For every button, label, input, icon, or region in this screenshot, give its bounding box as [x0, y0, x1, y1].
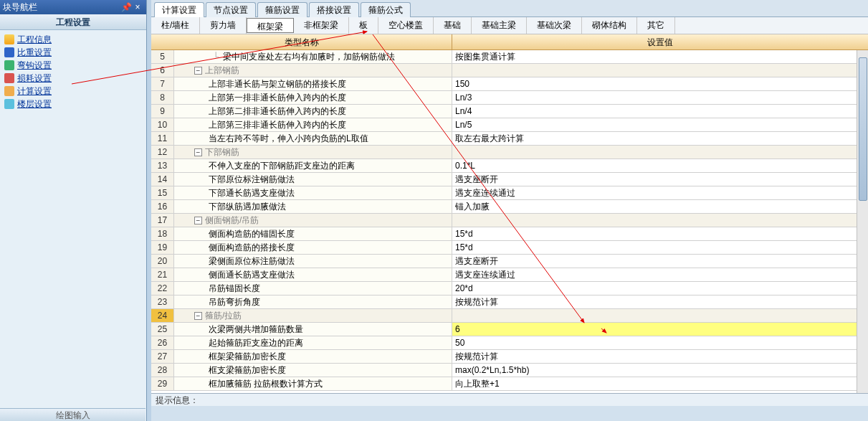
table-row[interactable]: 15下部通长筋遇支座做法遇支座连续通过 [151, 186, 868, 200]
nav-item-label: 损耗设置 [17, 72, 52, 85]
close-icon[interactable]: × [132, 2, 143, 12]
table-row[interactable]: 12−下部钢筋 [151, 146, 868, 159]
row-label: 次梁两侧共增加箍筋数量 [209, 323, 303, 336]
table-row[interactable]: 22吊筋锚固长度20*d [151, 282, 868, 295]
value-cell[interactable]: 锚入加腋 [452, 200, 868, 213]
sub-tab-8[interactable]: 基础次梁 [527, 17, 582, 34]
table-row[interactable]: 27框架梁箍筋加密长度按规范计算 [151, 350, 868, 364]
sub-tab-7[interactable]: 基础主梁 [472, 17, 527, 34]
table-row[interactable]: 20梁侧面原位标注筋做法遇支座断开 [151, 255, 868, 268]
value-cell[interactable]: 20*d [452, 282, 868, 295]
sub-tabs: 柱/墙柱剪力墙框架梁非框架梁板空心楼盖基础基础主梁基础次梁砌体结构其它 [151, 17, 868, 34]
value-cell[interactable] [452, 214, 868, 227]
table-row[interactable]: 26起始箍筋距支座边的距离50 [151, 336, 868, 350]
value-cell[interactable]: Ln/3 [452, 91, 868, 104]
nav-item-4[interactable]: 计算设置 [4, 85, 142, 98]
sub-tab-9[interactable]: 砌体结构 [582, 17, 637, 34]
sub-tab-0[interactable]: 柱/墙柱 [151, 17, 200, 34]
table-row[interactable]: 13不伸入支座的下部钢筋距支座边的距离0.1*L [151, 159, 868, 173]
sub-tab-2[interactable]: 框架梁 [247, 18, 294, 33]
nav-item-0[interactable]: 工程信息 [4, 33, 142, 46]
table-row[interactable]: 6−上部钢筋 [151, 64, 868, 77]
nav-item-1[interactable]: 比重设置 [4, 46, 142, 59]
collapse-toggle-icon[interactable]: − [194, 67, 202, 75]
collapse-toggle-icon[interactable]: − [194, 148, 202, 156]
type-name-cell: 框支梁箍筋加密长度 [174, 364, 452, 377]
pin-icon[interactable]: 📌 [120, 2, 132, 12]
type-name-cell: −下部钢筋 [174, 146, 452, 159]
value-cell[interactable] [452, 146, 868, 159]
row-label: 框架梁箍筋加密长度 [209, 350, 286, 363]
value-cell[interactable]: 按规范计算 [452, 295, 868, 308]
table-row[interactable]: 5└梁中间支座处左右均有加腋时，加筋钢筋做法按图集贯通计算 [151, 50, 868, 64]
top-tab-1[interactable]: 节点设置 [206, 2, 256, 17]
table-row[interactable]: 25次梁两侧共增加箍筋数量6 [151, 323, 868, 336]
type-name-cell: −箍筋/拉筋 [174, 309, 452, 322]
collapse-toggle-icon[interactable]: − [194, 217, 202, 224]
sub-tab-4[interactable]: 板 [349, 17, 378, 34]
value-cell[interactable]: 150 [452, 77, 868, 90]
value-cell[interactable]: 遇支座断开 [452, 255, 868, 268]
value-cell[interactable]: 0.1*L [452, 159, 868, 172]
nav-item-3[interactable]: 损耗设置 [4, 72, 142, 85]
table-row[interactable]: 8上部第一排非通长筋伸入跨内的长度Ln/3 [151, 91, 868, 105]
value-cell[interactable]: 取左右最大跨计算 [452, 132, 868, 145]
scrollbar-track[interactable] [857, 50, 868, 393]
table-row[interactable]: 7上部非通长筋与架立钢筋的搭接长度150 [151, 77, 868, 91]
value-cell[interactable]: Ln/5 [452, 118, 868, 131]
value-cell[interactable]: 遇支座断开 [452, 173, 868, 186]
value-cell[interactable]: 50 [452, 336, 868, 349]
table-row[interactable]: 10上部第三排非通长筋伸入跨内的长度Ln/5 [151, 118, 868, 132]
ic-floor-icon [4, 99, 14, 109]
row-number: 28 [151, 364, 174, 377]
value-cell[interactable]: Ln/4 [452, 105, 868, 118]
type-name-cell: 侧面通长筋遇支座做法 [174, 268, 452, 281]
value-cell[interactable] [452, 64, 868, 77]
value-cell[interactable]: 向上取整+1 [452, 377, 868, 390]
type-name-cell: 侧面构造筋的搭接长度 [174, 241, 452, 254]
row-label: 下部纵筋遇加腋做法 [209, 200, 286, 213]
sub-tab-1[interactable]: 剪力墙 [200, 17, 247, 34]
table-row[interactable]: 28框支梁箍筋加密长度max(0.2*Ln,1.5*hb) [151, 364, 868, 377]
sub-tab-5[interactable]: 空心楼盖 [378, 17, 434, 34]
top-tab-2[interactable]: 箍筋设置 [257, 2, 307, 17]
table-row[interactable]: 18侧面构造筋的锚固长度15*d [151, 227, 868, 241]
table-row[interactable]: 16下部纵筋遇加腋做法锚入加腋 [151, 200, 868, 214]
table-row[interactable]: 23吊筋弯折角度按规范计算 [151, 295, 868, 309]
value-cell[interactable]: 按规范计算 [452, 350, 868, 363]
value-cell[interactable]: 遇支座连续通过 [452, 186, 868, 199]
table-row[interactable]: 11当左右跨不等时，伸入小跨内负筋的L取值取左右最大跨计算 [151, 132, 868, 146]
table-row[interactable]: 17−侧面钢筋/吊筋 [151, 214, 868, 227]
top-tab-0[interactable]: 计算设置 [154, 2, 204, 17]
top-tab-4[interactable]: 箍筋公式 [361, 2, 411, 17]
value-cell[interactable]: 6 [452, 323, 868, 336]
scrollbar-thumb[interactable] [859, 57, 867, 201]
value-cell[interactable]: 15*d [452, 227, 868, 240]
ic-weight-icon [4, 47, 14, 57]
type-name-cell: 框架梁箍筋加密长度 [174, 350, 452, 363]
row-label: 吊筋弯折角度 [209, 295, 260, 308]
top-tabs: 计算设置节点设置箍筋设置搭接设置箍筋公式 [151, 0, 868, 17]
table-row[interactable]: 29框加腋箍筋 拉筋根数计算方式向上取整+1 [151, 377, 868, 391]
value-cell[interactable] [452, 309, 868, 322]
table-row[interactable]: 24−箍筋/拉筋 [151, 309, 868, 323]
table-row[interactable]: 14下部原位标注钢筋做法遇支座断开 [151, 173, 868, 186]
sub-tab-6[interactable]: 基础 [434, 17, 472, 34]
collapse-toggle-icon[interactable]: − [194, 312, 202, 320]
sub-tab-10[interactable]: 其它 [637, 17, 675, 34]
value-cell[interactable]: 按图集贯通计算 [452, 50, 868, 63]
value-cell[interactable]: max(0.2*Ln,1.5*hb) [452, 364, 868, 377]
value-cell[interactable]: 15*d [452, 241, 868, 254]
type-name-cell: 起始箍筋距支座边的距离 [174, 336, 452, 349]
table-row[interactable]: 21侧面通长筋遇支座做法遇支座连续通过 [151, 268, 868, 282]
value-cell[interactable]: 遇支座连续通过 [452, 268, 868, 281]
grid-body[interactable]: 5└梁中间支座处左右均有加腋时，加筋钢筋做法按图集贯通计算6−上部钢筋7上部非通… [151, 50, 868, 393]
panel-footer[interactable]: 绘图输入 [0, 408, 146, 421]
ic-calc-icon [4, 86, 14, 96]
table-row[interactable]: 9上部第二排非通长筋伸入跨内的长度Ln/4 [151, 105, 868, 118]
sub-tab-3[interactable]: 非框架梁 [294, 17, 349, 34]
nav-item-2[interactable]: 弯钩设置 [4, 59, 142, 72]
table-row[interactable]: 19侧面构造筋的搭接长度15*d [151, 241, 868, 255]
top-tab-3[interactable]: 搭接设置 [309, 2, 359, 17]
nav-item-5[interactable]: 楼层设置 [4, 98, 142, 110]
